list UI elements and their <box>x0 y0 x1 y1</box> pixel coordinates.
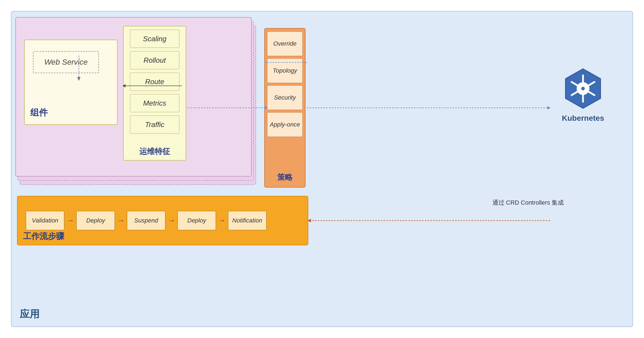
ops-item-rollout: Rollout <box>130 51 179 69</box>
pink-area-front: Web Service 组件 Scaling Rollout Route Met… <box>15 17 252 177</box>
ops-box: Scaling Rollout Route Metrics Traffic 运维… <box>123 26 186 161</box>
k8s-area: Kubernetes <box>561 67 605 123</box>
ops-item-route: Route <box>130 73 179 91</box>
policy-area: Override Topology Security Apply-once 策略 <box>264 28 306 188</box>
workflow-arrow-3: → <box>168 216 175 225</box>
main-container: Web Service 组件 Scaling Rollout Route Met… <box>11 11 633 327</box>
web-service-box: Web Service <box>33 51 99 73</box>
policy-label: 策略 <box>265 172 305 183</box>
svg-marker-3 <box>547 106 551 109</box>
crd-label: 通过 CRD Controllers 集成 <box>492 199 564 207</box>
workflow-item-validation: Validation <box>26 211 64 230</box>
component-box: Web Service 组件 <box>24 40 118 125</box>
workflow-arrow-1: → <box>66 216 74 225</box>
k8s-label: Kubernetes <box>562 114 604 123</box>
policy-item-security: Security <box>267 85 303 110</box>
app-label: 应用 <box>20 307 40 321</box>
k8s-icon <box>561 67 605 111</box>
ops-item-scaling: Scaling <box>130 30 179 48</box>
workflow-item-deploy1: Deploy <box>76 211 115 230</box>
component-label: 组件 <box>30 107 48 119</box>
ops-item-traffic: Traffic <box>130 116 179 134</box>
svg-point-20 <box>581 87 585 90</box>
workflow-item-deploy2: Deploy <box>177 211 216 230</box>
policy-item-apply-once: Apply-once <box>267 112 303 137</box>
workflow-item-suspend: Suspend <box>127 211 165 230</box>
workflow-arrow-4: → <box>218 216 226 225</box>
workflow-label: 工作流步骤 <box>23 231 64 242</box>
ops-label: 运维特征 <box>124 146 186 157</box>
policy-item-topology: Topology <box>267 58 303 83</box>
ops-item-metrics: Metrics <box>130 94 179 112</box>
workflow-item-notification: Notification <box>228 211 267 230</box>
workflow-arrow-2: → <box>117 216 125 225</box>
workflow-area: Validation → Deploy → Suspend → Deploy →… <box>17 196 308 245</box>
policy-item-override: Override <box>267 31 303 56</box>
web-service-label: Web Service <box>44 58 88 67</box>
